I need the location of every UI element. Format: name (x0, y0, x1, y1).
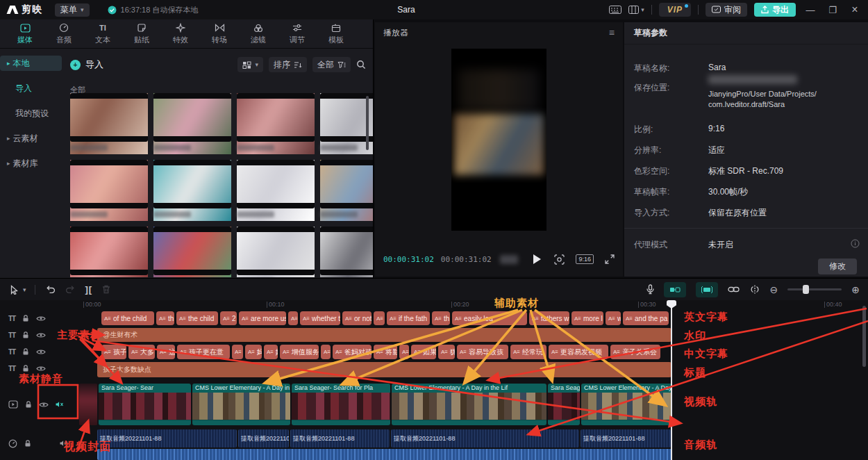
media-thumbnail[interactable] (320, 160, 373, 221)
tab-filters[interactable]: 滤镜 (239, 22, 278, 45)
sidebar-item-cloud[interactable]: ▸云素材 (0, 131, 62, 146)
player-menu-icon[interactable]: ≡ (609, 27, 615, 38)
lock-icon[interactable] (22, 347, 30, 356)
subtitle-clip-cn[interactable]: A≡ (232, 345, 243, 359)
media-thumbnail[interactable] (153, 93, 231, 154)
linkage-icon[interactable] (728, 286, 740, 293)
audio-waveform[interactable] (97, 449, 671, 460)
subtitle-clip-cn[interactable]: A≡ (399, 345, 409, 359)
undo-icon[interactable] (45, 285, 56, 294)
tab-transitions[interactable]: 转场 (200, 22, 239, 45)
minimize-button[interactable]: — (803, 5, 818, 15)
play-button[interactable] (533, 254, 541, 264)
lock-icon[interactable] (22, 331, 30, 339)
audio-clip[interactable]: 提取音频20221101-88 (97, 429, 237, 447)
view-mode-button[interactable]: ▾ (237, 57, 263, 72)
review-button[interactable]: 审阅 (706, 3, 747, 17)
eye-icon[interactable] (36, 365, 46, 372)
sidebar-item-local[interactable]: ▸本地 (0, 56, 62, 71)
close-button[interactable]: × (847, 3, 862, 16)
subtitle-clip-en[interactable]: A≡ (374, 311, 385, 325)
timeline-ruler[interactable]: 00:0000:1000:2000:3000:40 (0, 300, 868, 310)
subtitle-clip-cn[interactable]: A≡ 容易导致孩 (457, 345, 508, 359)
eye-icon[interactable] (36, 315, 46, 322)
lock-icon[interactable] (22, 364, 30, 372)
subtitle-clip-cn[interactable]: A≡ 亲子关系会 (610, 345, 660, 359)
subtitle-clip-en[interactable]: A≡ the child (176, 311, 218, 325)
tab-media[interactable]: 媒体 (6, 22, 44, 45)
eye-icon[interactable] (39, 401, 49, 409)
auto-snap-toggle[interactable] (696, 282, 718, 297)
subtitle-clip-en[interactable]: A≡ or not (342, 311, 372, 325)
sort-button[interactable]: 排序 (269, 57, 307, 72)
watermark-track-bar[interactable]: @生财有术 (97, 328, 671, 342)
redo-icon[interactable] (65, 285, 76, 294)
video-clip[interactable]: Sara Seager- (548, 384, 580, 425)
frame-preview-icon[interactable] (554, 254, 565, 265)
playhead-line[interactable] (671, 302, 672, 460)
video-preview[interactable] (451, 49, 546, 231)
subtitle-clip-en[interactable]: A≡ (288, 311, 298, 325)
search-icon[interactable] (356, 60, 366, 69)
fullscreen-icon[interactable] (605, 254, 615, 264)
media-thumbnail[interactable] (70, 160, 148, 221)
sidebar-item-library[interactable]: ▸素材库 (0, 156, 62, 171)
media-thumbnail[interactable] (70, 227, 148, 277)
lock-icon[interactable] (24, 439, 32, 447)
tab-templates[interactable]: 模板 (317, 22, 356, 45)
media-scrollbar[interactable] (366, 96, 369, 150)
shortcut-keyboard-icon[interactable] (609, 6, 621, 14)
media-thumbnail[interactable] (237, 93, 315, 154)
delete-icon[interactable] (102, 285, 110, 294)
subtitle-clip-cn[interactable]: A≡ 大多 (128, 345, 155, 359)
subtitle-clip-en[interactable]: A≡ more l (571, 311, 603, 325)
subtitle-clip-en[interactable]: A≡ th (432, 311, 450, 325)
lock-icon[interactable] (22, 314, 30, 322)
media-thumbnail[interactable] (237, 160, 315, 221)
video-cover-thumbnail[interactable] (79, 384, 97, 425)
maximize-button[interactable]: ❐ (825, 5, 840, 15)
subtitle-clip-en[interactable]: A≡ are more us (239, 311, 286, 325)
subtitle-clip-cn[interactable]: A≡ (321, 345, 331, 359)
filter-button[interactable]: 全部 (312, 57, 351, 72)
subtitle-clip-cn[interactable]: A≡ 她 (264, 345, 278, 359)
audio-clip[interactable]: 提取音频20221101-88 (581, 429, 671, 447)
subtitle-clip-en[interactable]: A≡ whether t (300, 311, 340, 325)
media-thumbnail[interactable] (237, 227, 315, 277)
layout-switch-icon[interactable]: ▾ (628, 6, 644, 14)
select-tool-icon[interactable] (10, 285, 19, 295)
audio-clip[interactable]: 提取音频20221101-88 (290, 429, 390, 447)
preview-axis-icon[interactable] (749, 285, 760, 294)
eye-icon[interactable] (36, 348, 46, 356)
media-thumbnail[interactable] (153, 160, 231, 221)
track-mute-icon[interactable] (55, 400, 64, 409)
tab-sticker[interactable]: 贴纸 (122, 22, 161, 45)
tab-text[interactable]: TI文本 (83, 22, 122, 45)
video-clip[interactable]: CMS Lower Elementary - A Day (581, 384, 672, 425)
subtitle-clip-en[interactable]: A≡ if the fath (387, 311, 430, 325)
audio-clip[interactable]: 提取音频20221101-88 (238, 429, 289, 447)
sidebar-item-import[interactable]: 导入 (0, 81, 62, 96)
record-mic-icon[interactable] (646, 284, 654, 295)
subtitle-clip-cn[interactable]: A≡ 犹 (438, 345, 455, 359)
aspect-ratio-button[interactable]: 9:16 (576, 254, 594, 264)
subtitle-clip-en[interactable]: A≡ and the pa (623, 311, 669, 325)
media-thumbnail[interactable] (320, 93, 373, 154)
tab-effects[interactable]: 特效 (161, 22, 200, 45)
subtitle-clip-cn[interactable]: A≡ 如果 (411, 345, 436, 359)
subtitle-clip-cn[interactable]: A≡ 妈 (245, 345, 262, 359)
subtitle-clip-en[interactable]: A≡ th (156, 311, 174, 325)
media-thumbnail[interactable] (320, 227, 373, 277)
video-clip[interactable]: CMS Lower Elementary - A Day in the Life… (192, 384, 290, 425)
subtitle-clip-en[interactable]: A≡ 2 (220, 311, 237, 325)
subtitle-clip-cn[interactable]: A≡ 更容易发视频 (549, 345, 608, 359)
menu-button[interactable]: 菜单▾ (55, 3, 90, 17)
vip-button[interactable]: VIP (659, 3, 691, 17)
tab-adjust[interactable]: 调节 (278, 22, 317, 45)
lock-icon[interactable] (24, 400, 33, 409)
media-thumbnail[interactable] (153, 227, 231, 277)
subtitle-clip-cn[interactable]: A≡ 孩子 (101, 345, 126, 359)
tab-audio[interactable]: 音频 (44, 22, 83, 45)
sidebar-item-presets[interactable]: 我的预设 (0, 106, 62, 121)
video-clip[interactable]: CMS Lower Elementary - A Day in the Lif (392, 384, 546, 425)
